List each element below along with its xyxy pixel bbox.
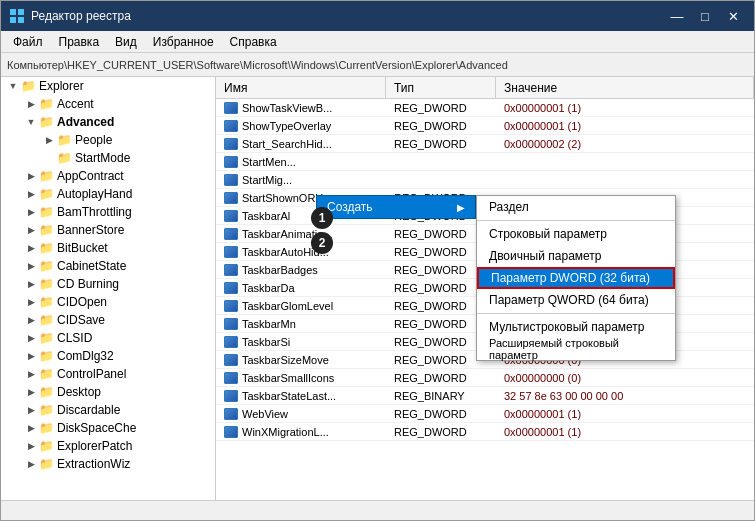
table-row[interactable]: WebView REG_DWORD 0x00000001 (1): [216, 405, 754, 423]
menu-bar: Файл Правка Вид Избранное Справка: [1, 31, 754, 53]
cell-value: 0x00000001 (1): [496, 101, 754, 115]
cell-value: 0x00000001 (1): [496, 407, 754, 421]
expand-icon: ▶: [23, 297, 39, 307]
submenu-item-qword[interactable]: Параметр QWORD (64 бита): [477, 289, 675, 311]
cell-type: REG_DWORD: [386, 101, 496, 115]
registry-editor-window: Редактор реестра — □ ✕ Файл Правка Вид И…: [0, 0, 755, 521]
col-header-value: Значение: [496, 77, 754, 98]
cell-value: 0x00000002 (2): [496, 137, 754, 151]
svg-rect-1: [18, 9, 24, 15]
tree-item-advanced[interactable]: ▼ 📁 Advanced: [1, 113, 215, 131]
cell-name: TaskbarAutoHid...: [216, 245, 386, 259]
tree-item-discardable[interactable]: ▶ 📁 Discardable: [1, 401, 215, 419]
tree-label-cdburning: CD Burning: [57, 277, 119, 291]
submenu-item-binary[interactable]: Двоичный параметр: [477, 245, 675, 267]
tree-label-bamthrottling: BamThrottling: [57, 205, 132, 219]
menu-file[interactable]: Файл: [5, 33, 51, 51]
tree-label-cabinetstate: CabinetState: [57, 259, 126, 273]
cell-type: REG_DWORD: [386, 425, 496, 439]
svg-rect-0: [10, 9, 16, 15]
tree-label-diskspaceche: DiskSpaceChe: [57, 421, 136, 435]
tree-item-controlpanel[interactable]: ▶ 📁 ControlPanel: [1, 365, 215, 383]
submenu-item-dword[interactable]: Параметр DWORD (32 бита): [477, 267, 675, 289]
tree-item-cidopen[interactable]: ▶ 📁 CIDOpen: [1, 293, 215, 311]
menu-help[interactable]: Справка: [222, 33, 285, 51]
expand-icon: ▶: [23, 441, 39, 451]
maximize-button[interactable]: □: [692, 5, 718, 27]
tree-item-desktop[interactable]: ▶ 📁 Desktop: [1, 383, 215, 401]
table-row[interactable]: TaskbarSmallIcons REG_DWORD 0x00000000 (…: [216, 369, 754, 387]
expand-icon: ▶: [23, 261, 39, 271]
tree-item-appcontract[interactable]: ▶ 📁 AppContract: [1, 167, 215, 185]
tree-item-autoplayhand[interactable]: ▶ 📁 AutoplayHand: [1, 185, 215, 203]
tree-item-bitbucket[interactable]: ▶ 📁 BitBucket: [1, 239, 215, 257]
create-button[interactable]: Создать ▶: [316, 195, 476, 219]
expand-icon: ▶: [23, 405, 39, 415]
expand-icon: ▼: [5, 81, 21, 91]
submenu-item-string[interactable]: Строковый параметр: [477, 223, 675, 245]
table-row[interactable]: ShowTypeOverlay REG_DWORD 0x00000001 (1): [216, 117, 754, 135]
table-row[interactable]: TaskbarStateLast... REG_BINARY 32 57 8e …: [216, 387, 754, 405]
svg-rect-3: [18, 17, 24, 23]
cell-value: [496, 161, 754, 163]
address-bar: Компьютер\HKEY_CURRENT_USER\Software\Mic…: [1, 53, 754, 77]
tree-item-cabinetstate[interactable]: ▶ 📁 CabinetState: [1, 257, 215, 275]
expand-icon: ▶: [23, 189, 39, 199]
minimize-button[interactable]: —: [664, 5, 690, 27]
table-row[interactable]: StartMen...: [216, 153, 754, 171]
reg-icon: [224, 156, 238, 168]
tree-label-discardable: Discardable: [57, 403, 120, 417]
expand-icon: ▶: [23, 423, 39, 433]
table-row[interactable]: Start_SearchHid... REG_DWORD 0x00000002 …: [216, 135, 754, 153]
reg-icon: [224, 228, 238, 240]
reg-icon: [224, 300, 238, 312]
title-bar: Редактор реестра — □ ✕: [1, 1, 754, 31]
tree-item-explorerpatch[interactable]: ▶ 📁 ExplorerPatch: [1, 437, 215, 455]
cell-type: REG_DWORD: [386, 119, 496, 133]
cell-type: [386, 179, 496, 181]
tree-item-people[interactable]: ▶ 📁 People: [1, 131, 215, 149]
tree-label-explorer: Explorer: [39, 79, 84, 93]
table-header: Имя Тип Значение: [216, 77, 754, 99]
expand-icon: ▶: [23, 207, 39, 217]
reg-icon: [224, 426, 238, 438]
cell-name: TaskbarStateLast...: [216, 389, 386, 403]
submenu: Раздел Строковый параметр Двоичный парам…: [476, 195, 676, 361]
tree-pane[interactable]: ▼ 📁 Explorer ▶ 📁 Accent ▼ 📁 Advanced ▶ 📁…: [1, 77, 216, 500]
reg-icon: [224, 354, 238, 366]
create-button-label: Создать: [327, 200, 457, 214]
tree-item-bannerstore[interactable]: ▶ 📁 BannerStore: [1, 221, 215, 239]
tree-item-cdburning[interactable]: ▶ 📁 CD Burning: [1, 275, 215, 293]
tree-item-accent[interactable]: ▶ 📁 Accent: [1, 95, 215, 113]
expand-icon: ▶: [23, 315, 39, 325]
reg-icon: [224, 336, 238, 348]
submenu-item-multistring[interactable]: Мультистроковый параметр: [477, 316, 675, 338]
col-header-name: Имя: [216, 77, 386, 98]
submenu-item-expandstring[interactable]: Расширяемый строковый параметр: [477, 338, 675, 360]
status-bar: [1, 500, 754, 520]
close-button[interactable]: ✕: [720, 5, 746, 27]
table-row[interactable]: StartMig...: [216, 171, 754, 189]
tree-item-diskspaceche[interactable]: ▶ 📁 DiskSpaceChe: [1, 419, 215, 437]
tree-item-explorer[interactable]: ▼ 📁 Explorer: [1, 77, 215, 95]
tree-label-startmode: StartMode: [75, 151, 130, 165]
table-row[interactable]: ShowTaskViewB... REG_DWORD 0x00000001 (1…: [216, 99, 754, 117]
tree-label-desktop: Desktop: [57, 385, 101, 399]
tree-item-comdlg32[interactable]: ▶ 📁 ComDlg32: [1, 347, 215, 365]
menu-edit[interactable]: Правка: [51, 33, 108, 51]
tree-item-cidsave[interactable]: ▶ 📁 CIDSave: [1, 311, 215, 329]
cell-name: ShowTypeOverlay: [216, 119, 386, 133]
table-row[interactable]: WinXMigrationL... REG_DWORD 0x00000001 (…: [216, 423, 754, 441]
tree-item-clsid[interactable]: ▶ 📁 CLSID: [1, 329, 215, 347]
submenu-item-section[interactable]: Раздел: [477, 196, 675, 218]
tree-item-extractionwiz[interactable]: ▶ 📁 ExtractionWiz: [1, 455, 215, 473]
tree-item-bamthrottling[interactable]: ▶ 📁 BamThrottling: [1, 203, 215, 221]
badge-1: 1: [311, 207, 333, 229]
tree-label-appcontract: AppContract: [57, 169, 124, 183]
menu-favorites[interactable]: Избранное: [145, 33, 222, 51]
col-header-type: Тип: [386, 77, 496, 98]
tree-item-startmode[interactable]: 📁 StartMode: [1, 149, 215, 167]
cell-name: TaskbarGlomLevel: [216, 299, 386, 313]
cell-type: REG_BINARY: [386, 389, 496, 403]
menu-view[interactable]: Вид: [107, 33, 145, 51]
